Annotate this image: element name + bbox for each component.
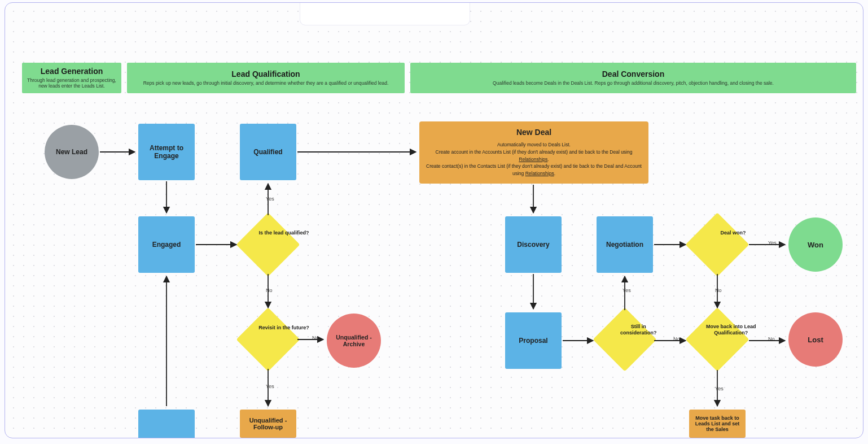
node-new-lead[interactable]: New Lead [45, 125, 99, 179]
edge-label-yes: Yes [266, 196, 274, 202]
edge-label-yes: Yes [622, 288, 631, 293]
node-label: Proposal [519, 337, 547, 345]
node-negotiation[interactable]: Negotiation [597, 216, 653, 273]
node-label: Discovery [517, 241, 549, 249]
node-move-task[interactable]: Move task back to Leads List and set the… [689, 410, 746, 438]
phase-title: Deal Conversion [410, 70, 856, 79]
phase-subtitle: Reps pick up new leads, go through initi… [127, 80, 405, 86]
node-engaged-return[interactable] [138, 410, 195, 438]
phase-subtitle: Through lead generation and prospecting,… [22, 77, 121, 89]
node-label: Revisit in the future? [258, 325, 309, 331]
edge-label-no: No [768, 336, 775, 342]
node-label: Deal won? [708, 230, 759, 236]
node-label: Attempt to Engage [142, 144, 191, 160]
node-title: New Deal [516, 128, 551, 137]
blank-tab [300, 2, 470, 25]
node-label: Still in consideration? [613, 324, 664, 336]
edge-label-no: No [266, 288, 273, 293]
phase-title: Lead Generation [22, 67, 121, 76]
phase-subtitle: Qualified leads become Deals in the Deal… [410, 80, 856, 86]
node-label: Move back into Lead Qualification? [705, 324, 756, 336]
edge-label-yes: Yes [266, 384, 274, 389]
node-label: Negotiation [606, 241, 643, 249]
edge-label-no: No [312, 335, 319, 341]
edge-label-no: No [715, 288, 722, 293]
node-label: Won [808, 241, 823, 249]
node-label: Engaged [152, 241, 181, 249]
node-unqualified-archive[interactable]: Unqualified - Archive [327, 314, 381, 368]
node-revisit[interactable]: Revisit in the future? [246, 317, 291, 362]
node-qualified[interactable]: Qualified [240, 124, 296, 180]
node-deal-won[interactable]: Deal won? [695, 222, 740, 267]
node-new-deal[interactable]: New Deal Automatically moved to Deals Li… [419, 121, 648, 184]
node-label: Unqualified - Follow-up [243, 417, 293, 430]
node-label: Is the lead qualified? [258, 230, 309, 236]
node-move-back[interactable]: Move back into Lead Qualification? [695, 317, 740, 362]
edge-label-yes: Yes [768, 240, 777, 246]
node-label: Unqualified - Archive [330, 334, 378, 347]
phase-lead-qualification: Lead Qualification Reps pick up new lead… [127, 63, 405, 93]
node-unqualified-followup[interactable]: Unqualified - Follow-up [240, 410, 296, 438]
node-attempt-engage[interactable]: Attempt to Engage [138, 124, 195, 180]
phase-deal-conversion: Deal Conversion Qualified leads become D… [410, 63, 856, 93]
edge-label-yes: Yes [715, 386, 724, 391]
node-label: Qualified [253, 148, 282, 156]
node-won[interactable]: Won [788, 217, 843, 272]
node-engaged[interactable]: Engaged [138, 216, 195, 273]
node-proposal[interactable]: Proposal [505, 312, 562, 369]
node-desc: Automatically moved to Deals List. Creat… [419, 141, 648, 177]
node-label: Move task back to Leads List and set the… [692, 415, 742, 432]
node-label: Lost [808, 336, 823, 344]
node-is-qualified[interactable]: Is the lead qualified? [246, 222, 291, 267]
node-label: New Lead [56, 148, 87, 156]
node-lost[interactable]: Lost [788, 312, 843, 367]
node-discovery[interactable]: Discovery [505, 216, 562, 273]
node-still-consideration[interactable]: Still in consideration? [602, 317, 647, 362]
phase-title: Lead Qualification [127, 70, 405, 79]
edge-label-no: No [673, 336, 680, 342]
flowchart-canvas[interactable]: Lead Generation Through lead generation … [5, 2, 863, 438]
phase-lead-generation: Lead Generation Through lead generation … [22, 63, 121, 93]
